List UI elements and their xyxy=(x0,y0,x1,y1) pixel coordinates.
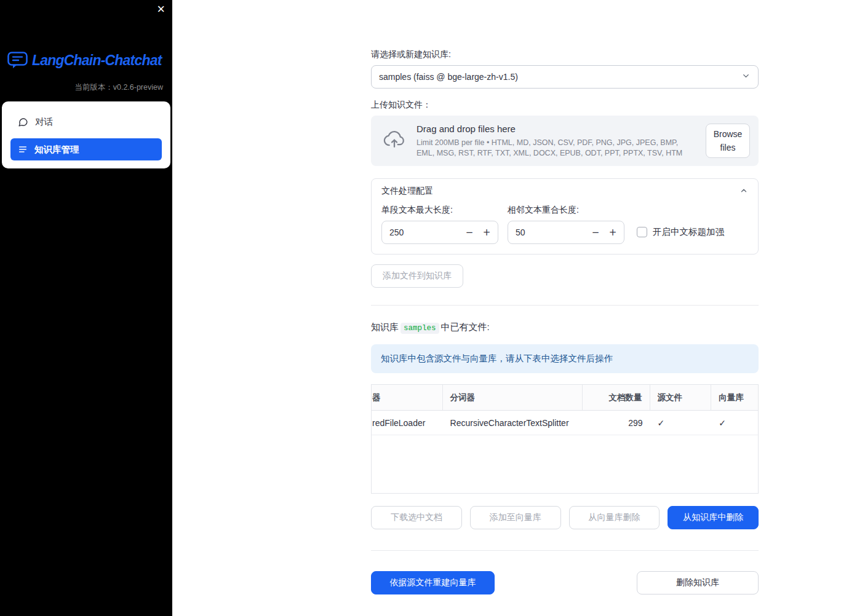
chinese-title-checkbox[interactable] xyxy=(637,227,647,237)
expander-title: 文件处理配置 xyxy=(381,186,433,197)
kb-selected-value: samples (faiss @ bge-large-zh-v1.5) xyxy=(379,72,518,82)
app-logo-text: LangChain-Chatchat xyxy=(32,52,162,69)
file-dropzone[interactable]: Drag and drop files here Limit 200MB per… xyxy=(371,116,759,166)
table-empty-area xyxy=(372,435,758,493)
table-header-splitter: 分词器 xyxy=(443,385,583,410)
upload-cloud-icon xyxy=(382,130,407,152)
table-row[interactable]: redFileLoader RecursiveCharacterTextSpli… xyxy=(372,411,758,435)
cell-source-check: ✓ xyxy=(650,411,712,435)
version-text: 当前版本：v0.2.6-preview xyxy=(0,69,172,93)
sidebar: × LangChain-Chatchat 当前版本：v0.2.6-preview xyxy=(0,0,172,616)
max-length-increment-button[interactable]: + xyxy=(478,222,495,243)
divider xyxy=(371,550,759,551)
delete-from-kb-button[interactable]: 从知识库中删除 xyxy=(668,506,759,529)
table-header-doc-count: 文档数量 xyxy=(583,385,650,410)
app-logo: LangChain-Chatchat xyxy=(7,52,167,69)
max-length-decrement-button[interactable]: − xyxy=(461,222,478,243)
cell-splitter: RecursiveCharacterTextSplitter xyxy=(443,411,583,435)
divider xyxy=(371,305,759,306)
kb-select-label: 请选择或新建知识库: xyxy=(371,49,759,60)
cell-doc-count: 299 xyxy=(583,411,650,435)
sidebar-item-label: 对话 xyxy=(35,116,53,128)
file-config-expander: 文件处理配置 单段文本最大长度: 250 − xyxy=(371,178,759,255)
info-banner: 知识库中包含源文件与向量库，请从下表中选择文件后操作 xyxy=(371,344,759,373)
remove-from-vector-store-button[interactable]: 从向量库删除 xyxy=(569,506,660,529)
knowledge-list-icon xyxy=(18,144,28,154)
sidebar-item-dialogue[interactable]: 对话 xyxy=(10,111,162,133)
version-value: v0.2.6-preview xyxy=(113,83,163,92)
cell-loader: redFileLoader xyxy=(372,411,443,435)
overlap-value[interactable]: 50 xyxy=(516,227,587,237)
main-content: 请选择或新建知识库: samples (faiss @ bge-large-zh… xyxy=(172,0,849,616)
kb-selectbox[interactable]: samples (faiss @ bge-large-zh-v1.5) xyxy=(371,65,759,89)
overlap-decrement-button[interactable]: − xyxy=(587,222,604,243)
chevron-up-icon xyxy=(739,186,748,197)
add-to-vector-store-button[interactable]: 添加至向量库 xyxy=(470,506,561,529)
overlap-input[interactable]: 50 − + xyxy=(508,221,624,244)
table-header-vector: 向量库 xyxy=(711,385,758,410)
version-label: 当前版本： xyxy=(74,83,113,92)
sidebar-item-knowledge-base[interactable]: 知识库管理 xyxy=(10,138,162,160)
kb-files-table: 器 分词器 文档数量 源文件 向量库 redFileLoader Recursi… xyxy=(371,384,759,494)
dropzone-text: Drag and drop files here Limit 200MB per… xyxy=(417,124,696,158)
max-length-value[interactable]: 250 xyxy=(389,227,461,237)
cell-vector-check: ✓ xyxy=(711,411,758,435)
rebuild-vector-store-button[interactable]: 依据源文件重建向量库 xyxy=(371,571,495,594)
table-header-row: 器 分词器 文档数量 源文件 向量库 xyxy=(372,385,758,411)
max-length-input[interactable]: 250 − + xyxy=(381,221,498,244)
table-header-source: 源文件 xyxy=(650,385,712,410)
kb-name-code: samples xyxy=(401,323,439,334)
kb-actions-row: 依据源文件重建向量库 删除知识库 xyxy=(371,571,759,594)
upload-label: 上传知识文件： xyxy=(371,100,759,111)
chat-bubble-icon xyxy=(18,117,28,127)
delete-kb-button[interactable]: 删除知识库 xyxy=(637,571,759,594)
download-selected-button[interactable]: 下载选中文档 xyxy=(371,506,462,529)
sidebar-item-label: 知识库管理 xyxy=(34,144,79,156)
app-window: × LangChain-Chatchat 当前版本：v0.2.6-preview xyxy=(0,0,849,616)
dropzone-limit-text: Limit 200MB per file • HTML, MD, JSON, C… xyxy=(417,138,696,158)
close-sidebar-icon[interactable]: × xyxy=(157,2,165,16)
max-length-label: 单段文本最大长度: xyxy=(381,205,498,216)
table-header-loader: 器 xyxy=(372,385,443,410)
sidebar-menu: 对话 知识库管理 xyxy=(2,101,170,168)
chinese-title-checkbox-label: 开启中文标题加强 xyxy=(653,226,724,238)
file-actions-row: 下载选中文档 添加至向量库 从向量库删除 从知识库中删除 xyxy=(371,506,759,529)
overlap-label: 相邻文本重合长度: xyxy=(508,205,624,216)
add-files-button[interactable]: 添加文件到知识库 xyxy=(371,264,463,288)
chat-logo-icon xyxy=(7,52,28,69)
browse-files-button[interactable]: Browse files xyxy=(706,124,750,159)
chevron-down-icon xyxy=(741,71,751,82)
expander-header[interactable]: 文件处理配置 xyxy=(372,179,758,203)
kb-files-heading: 知识库samples中已有文件: xyxy=(371,322,759,333)
dropzone-title: Drag and drop files here xyxy=(417,124,696,134)
kb-files-prefix: 知识库 xyxy=(371,322,399,332)
overlap-increment-button[interactable]: + xyxy=(604,222,621,243)
expander-body: 单段文本最大长度: 250 − + 相邻文本重合长度: 50 − xyxy=(372,203,758,254)
kb-files-suffix: 中已有文件: xyxy=(441,322,490,332)
